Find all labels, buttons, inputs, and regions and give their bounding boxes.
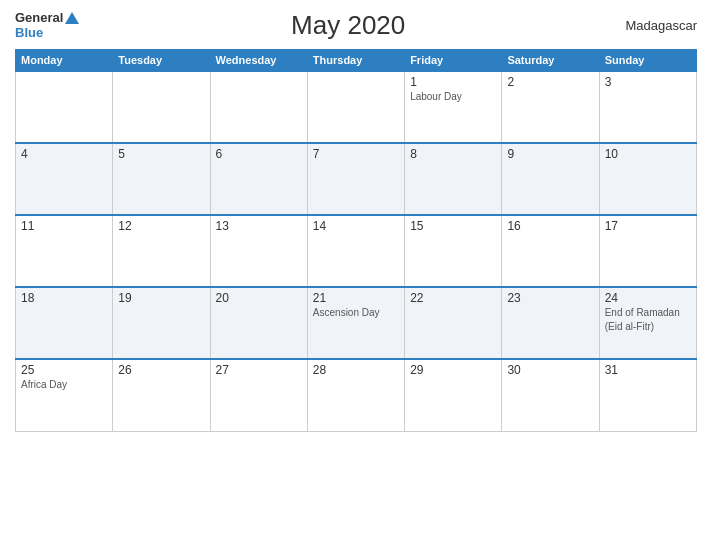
day-number: 14	[313, 219, 399, 233]
day-number: 19	[118, 291, 204, 305]
header-thursday: Thursday	[307, 50, 404, 72]
calendar-day-cell: 25Africa Day	[16, 359, 113, 431]
calendar-day-cell: 13	[210, 215, 307, 287]
calendar-day-cell: 10	[599, 143, 696, 215]
calendar-day-cell: 7	[307, 143, 404, 215]
header-monday: Monday	[16, 50, 113, 72]
calendar-week-row: 18192021Ascension Day222324End of Ramada…	[16, 287, 697, 359]
day-number: 25	[21, 363, 107, 377]
calendar-day-cell: 1Labour Day	[405, 71, 502, 143]
day-number: 21	[313, 291, 399, 305]
day-number: 4	[21, 147, 107, 161]
calendar-day-cell: 28	[307, 359, 404, 431]
day-number: 16	[507, 219, 593, 233]
header-friday: Friday	[405, 50, 502, 72]
calendar-title: May 2020	[79, 10, 617, 41]
day-event: End of Ramadan (Eid al-Fitr)	[605, 307, 680, 332]
calendar-day-cell	[210, 71, 307, 143]
day-number: 18	[21, 291, 107, 305]
calendar-day-cell: 29	[405, 359, 502, 431]
day-number: 12	[118, 219, 204, 233]
calendar-day-cell: 23	[502, 287, 599, 359]
header: General Blue May 2020 Madagascar	[15, 10, 697, 41]
calendar-day-cell: 2	[502, 71, 599, 143]
calendar-day-cell: 24End of Ramadan (Eid al-Fitr)	[599, 287, 696, 359]
svg-marker-0	[65, 12, 79, 24]
calendar-week-row: 1Labour Day23	[16, 71, 697, 143]
calendar-day-cell: 12	[113, 215, 210, 287]
calendar-day-cell: 21Ascension Day	[307, 287, 404, 359]
day-number: 29	[410, 363, 496, 377]
day-number: 10	[605, 147, 691, 161]
weekday-header-row: Monday Tuesday Wednesday Thursday Friday…	[16, 50, 697, 72]
day-number: 31	[605, 363, 691, 377]
header-sunday: Sunday	[599, 50, 696, 72]
calendar-day-cell: 16	[502, 215, 599, 287]
calendar-week-row: 45678910	[16, 143, 697, 215]
day-number: 2	[507, 75, 593, 89]
calendar-day-cell: 22	[405, 287, 502, 359]
day-number: 6	[216, 147, 302, 161]
day-number: 23	[507, 291, 593, 305]
calendar-day-cell	[16, 71, 113, 143]
calendar-day-cell: 15	[405, 215, 502, 287]
day-number: 30	[507, 363, 593, 377]
header-wednesday: Wednesday	[210, 50, 307, 72]
calendar-day-cell: 9	[502, 143, 599, 215]
calendar-day-cell: 5	[113, 143, 210, 215]
calendar-day-cell	[113, 71, 210, 143]
calendar-day-cell	[307, 71, 404, 143]
day-number: 11	[21, 219, 107, 233]
day-number: 7	[313, 147, 399, 161]
day-number: 15	[410, 219, 496, 233]
calendar-day-cell: 14	[307, 215, 404, 287]
header-saturday: Saturday	[502, 50, 599, 72]
calendar-day-cell: 19	[113, 287, 210, 359]
calendar-day-cell: 30	[502, 359, 599, 431]
calendar-day-cell: 8	[405, 143, 502, 215]
page: General Blue May 2020 Madagascar Monday …	[0, 0, 712, 550]
calendar-day-cell: 6	[210, 143, 307, 215]
day-number: 8	[410, 147, 496, 161]
day-event: Africa Day	[21, 379, 67, 390]
day-number: 28	[313, 363, 399, 377]
day-number: 1	[410, 75, 496, 89]
day-number: 27	[216, 363, 302, 377]
day-event: Labour Day	[410, 91, 462, 102]
header-tuesday: Tuesday	[113, 50, 210, 72]
logo-blue-text: Blue	[15, 26, 79, 40]
logo-flag-icon	[65, 12, 79, 24]
calendar-day-cell: 11	[16, 215, 113, 287]
day-number: 5	[118, 147, 204, 161]
day-number: 20	[216, 291, 302, 305]
calendar-day-cell: 17	[599, 215, 696, 287]
day-number: 26	[118, 363, 204, 377]
calendar-day-cell: 18	[16, 287, 113, 359]
calendar-day-cell: 26	[113, 359, 210, 431]
day-number: 22	[410, 291, 496, 305]
calendar-day-cell: 31	[599, 359, 696, 431]
calendar-day-cell: 4	[16, 143, 113, 215]
day-number: 3	[605, 75, 691, 89]
day-number: 17	[605, 219, 691, 233]
day-number: 24	[605, 291, 691, 305]
calendar-week-row: 25Africa Day262728293031	[16, 359, 697, 431]
day-event: Ascension Day	[313, 307, 380, 318]
day-number: 13	[216, 219, 302, 233]
calendar-day-cell: 20	[210, 287, 307, 359]
logo-general-text: General	[15, 11, 63, 25]
calendar-table: Monday Tuesday Wednesday Thursday Friday…	[15, 49, 697, 432]
day-number: 9	[507, 147, 593, 161]
country-label: Madagascar	[617, 18, 697, 33]
calendar-day-cell: 27	[210, 359, 307, 431]
logo: General Blue	[15, 11, 79, 40]
calendar-day-cell: 3	[599, 71, 696, 143]
calendar-week-row: 11121314151617	[16, 215, 697, 287]
